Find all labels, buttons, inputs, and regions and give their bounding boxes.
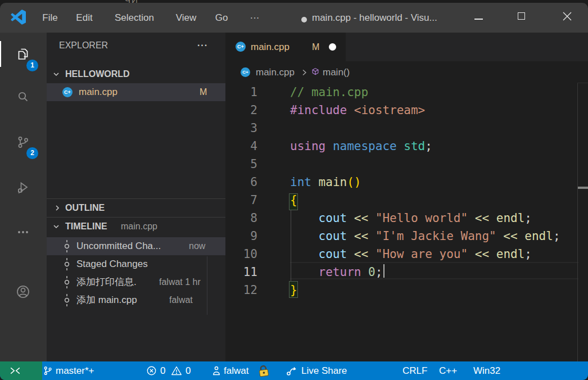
- code-line-8: cout << "Hello world" << endl;: [290, 209, 532, 227]
- menu-edit[interactable]: Edit: [76, 3, 92, 33]
- line-number: 4: [226, 137, 257, 155]
- timeline-label: TIMELINE: [65, 218, 107, 236]
- account-icon[interactable]: [15, 284, 31, 300]
- chevron-down-icon: [53, 223, 60, 230]
- outline-label: OUTLINE: [65, 199, 105, 217]
- breadcrumb-symbol[interactable]: main(): [323, 61, 350, 83]
- language-item[interactable]: C++: [439, 361, 457, 380]
- menu-[interactable]: ···: [250, 3, 260, 33]
- vscode-logo-icon: [11, 10, 26, 25]
- activity-bar: 1 2: [0, 33, 47, 361]
- errors-count[interactable]: 0: [160, 361, 165, 380]
- breadcrumb-separator-icon: [301, 69, 307, 76]
- line-number: 11: [226, 263, 257, 281]
- close-button[interactable]: [563, 12, 572, 21]
- line-number: 2: [226, 101, 257, 119]
- file-name: main.cpp: [79, 83, 117, 101]
- folder-name: HELLOWORLD: [65, 65, 130, 83]
- outline-section-header[interactable]: OUTLINE: [47, 198, 225, 216]
- cpp-file-icon: C+: [62, 87, 73, 97]
- vscode-window: FileEditSelectionViewGo··· main.cpp - he…: [0, 3, 588, 380]
- remote-icon: [9, 365, 21, 376]
- source-control-icon[interactable]: [16, 135, 30, 149]
- code-line-1: // main.cpp: [290, 83, 368, 101]
- search-icon[interactable]: [16, 90, 30, 103]
- line-number: 9: [226, 227, 257, 245]
- line-number: 5: [226, 155, 257, 173]
- menu-selection[interactable]: Selection: [115, 3, 154, 33]
- live-share-icon[interactable]: [285, 365, 297, 377]
- code-line-11: return 0;: [290, 263, 382, 281]
- code-line-2: #include <iostream>: [290, 101, 425, 119]
- errors-icon[interactable]: [146, 365, 157, 376]
- menu-file[interactable]: File: [42, 3, 57, 33]
- live-share-label[interactable]: Live Share: [301, 361, 347, 380]
- scrollbar-top-border: [577, 83, 588, 83]
- more-views-icon[interactable]: [16, 225, 30, 239]
- title-bar: FileEditSelectionViewGo··· main.cpp - he…: [0, 3, 588, 33]
- run-debug-icon[interactable]: [16, 180, 30, 194]
- line-number: 10: [226, 245, 257, 263]
- line-number: 12: [226, 281, 257, 299]
- chevron-down-icon: [53, 71, 60, 78]
- sidebar-more-actions[interactable]: ···: [197, 33, 208, 58]
- symbol-namespace-icon: [310, 67, 320, 77]
- code-line-12: }: [290, 281, 297, 299]
- user-icon[interactable]: [212, 365, 221, 376]
- timeline-item[interactable]: 添加打印信息. falwat 1 hr: [47, 273, 225, 291]
- active-view-indicator: [0, 41, 1, 67]
- cpp-file-icon: C+: [241, 67, 250, 77]
- line-number: 1: [226, 83, 257, 101]
- commit-node-icon: [63, 294, 71, 306]
- code-line-7: {: [290, 191, 297, 209]
- tab-maincpp[interactable]: C+ main.cpp M: [226, 33, 346, 61]
- file-modified-badge: M: [200, 83, 207, 101]
- git-branch-label[interactable]: master*+: [56, 361, 94, 380]
- timeline-item[interactable]: Staged Changes: [47, 255, 225, 273]
- eol-item[interactable]: CRLF: [402, 361, 427, 380]
- cpp-file-icon: C+: [236, 42, 246, 52]
- code-editor[interactable]: 123456789101112 // main.cpp#include <ios…: [226, 83, 577, 361]
- timeline-item-label: 添加打印信息.: [76, 273, 137, 291]
- explorer-sidebar: EXPLORER ··· HELLOWORLD C+ main.cpp M OU…: [47, 33, 225, 361]
- tab-dirty-dot[interactable]: [329, 43, 336, 51]
- commit-node-icon: [63, 240, 71, 252]
- explorer-icon[interactable]: [16, 47, 30, 61]
- user-label[interactable]: falwat: [224, 361, 248, 380]
- commit-node-icon: [63, 258, 71, 270]
- file-row-maincpp[interactable]: C+ main.cpp M: [47, 83, 225, 101]
- chevron-right-icon: [54, 205, 61, 211]
- timeline-item[interactable]: Uncommitted Cha... now: [47, 237, 225, 255]
- line-number: 7: [226, 191, 257, 209]
- menu-go[interactable]: Go: [215, 3, 228, 33]
- commit-node-icon: [63, 276, 71, 288]
- text-cursor: [383, 264, 385, 278]
- sidebar-title: EXPLORER: [59, 33, 108, 58]
- menu-view[interactable]: View: [176, 3, 197, 33]
- git-branch-icon[interactable]: [43, 365, 53, 376]
- code-line-10: cout << "How are you" << endl;: [290, 245, 532, 263]
- explorer-badge: 1: [26, 60, 38, 71]
- window-title: main.cpp - helloworld - Visu...: [312, 3, 437, 33]
- status-bar: master*+ 0 0 falwat: [0, 361, 588, 380]
- code-line-9: cout << "I'm Jackie Wang" << endl;: [290, 227, 560, 245]
- timeline-section-header[interactable]: TIMELINE main.cpp: [47, 217, 225, 235]
- warnings-count[interactable]: 0: [186, 361, 191, 380]
- warnings-icon[interactable]: [171, 365, 182, 376]
- breadcrumbs: C+ main.cpp main(): [226, 61, 588, 83]
- timeline-item-desc: now: [189, 237, 205, 255]
- minimize-button[interactable]: [474, 19, 483, 20]
- overview-ruler-mark: [578, 187, 588, 189]
- tab-label: main.cpp: [251, 33, 290, 61]
- dirty-dot-title: [301, 17, 307, 22]
- timeline-item[interactable]: 添加 main.cpp falwat: [47, 291, 225, 309]
- remote-indicator[interactable]: [0, 361, 42, 380]
- breadcrumb-file[interactable]: main.cpp: [256, 61, 295, 83]
- timeline-item-label: 添加 main.cpp: [76, 291, 137, 309]
- maximize-button[interactable]: [518, 12, 525, 20]
- line-number: 8: [226, 209, 257, 227]
- platform-item[interactable]: Win32: [473, 361, 500, 380]
- folder-row-helloworld[interactable]: HELLOWORLD: [47, 65, 225, 83]
- timeline-item-label: Uncommitted Cha...: [76, 237, 161, 255]
- timeline-scroll-line: [207, 256, 207, 315]
